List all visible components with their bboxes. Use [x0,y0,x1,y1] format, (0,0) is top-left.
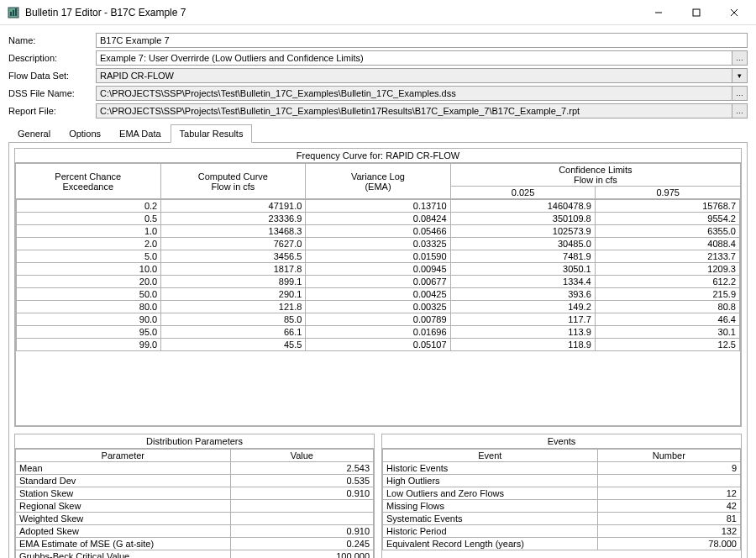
table-cell: 3456.5 [161,250,306,263]
dssfile-input[interactable] [96,86,732,101]
table-cell: 113.9 [450,326,595,339]
table-row[interactable]: Historic Events9 [383,462,741,475]
table-row[interactable]: Missing Flows42 [383,500,741,513]
table-row[interactable]: 20.0899.10.006771334.4612.2 [17,276,740,288]
table-cell: 0.00789 [306,313,450,326]
table-row[interactable]: 95.066.10.01696113.930.1 [17,326,740,339]
table-cell: 80.0 [17,301,161,313]
frequency-title: Frequency Curve for: RAPID CR-FLOW [15,149,741,163]
table-cell: 50.0 [17,288,161,301]
close-button[interactable] [715,1,753,24]
table-cell: 78.000 [597,538,740,550]
dssfile-ellipsis-button[interactable]: … [732,86,748,101]
col-computed-curve: Computed CurveFlow in cfs [160,164,306,199]
table-cell: 121.8 [161,301,306,313]
table-row[interactable]: Adopted Skew0.910 [16,525,374,538]
table-cell: Weighted Skew [16,513,231,525]
table-cell: 1209.3 [595,263,739,276]
table-cell [230,500,373,513]
table-cell: 0.08424 [306,213,450,225]
tab-general[interactable]: General [8,124,60,143]
table-cell: 0.01590 [306,250,450,263]
events-title: Events [382,434,741,449]
table-cell: Equivalent Record Length (years) [383,538,598,550]
table-row[interactable]: Standard Dev0.535 [16,475,374,487]
table-cell: 393.6 [450,288,595,301]
frequency-table: 0.247191.00.137101460478.915768.70.52333… [16,199,740,351]
table-cell: 46.4 [595,313,739,326]
table-cell: 30485.0 [450,238,595,250]
table-cell: 7627.0 [161,238,306,250]
reportfile-label: Report File: [8,106,96,116]
minimize-button[interactable] [639,1,677,24]
table-row[interactable]: High Outliers [383,475,741,487]
table-cell: 290.1 [161,288,306,301]
table-cell: 350109.8 [450,213,595,225]
table-cell: 30.1 [595,326,739,339]
col-variance-log: Variance Log(EMA) [306,164,451,199]
table-cell: 0.00425 [306,288,450,301]
tab-ema-data[interactable]: EMA Data [110,124,171,143]
description-input[interactable] [96,50,732,66]
table-cell: 0.00677 [306,276,450,288]
table-row[interactable]: 2.07627.00.0332530485.04088.4 [17,238,740,250]
table-cell: 0.03325 [306,238,450,250]
table-cell: 0.5 [17,213,161,225]
table-cell: Missing Flows [383,500,598,513]
app-icon [7,6,20,19]
maximize-button[interactable] [677,1,715,24]
events-section: Events Event Number Historic Events9High… [381,434,742,558]
table-cell: Standard Dev [16,475,231,487]
svg-rect-5 [693,9,700,16]
table-row[interactable]: 1.013468.30.05466102573.96355.0 [17,225,740,238]
col-percent-chance: Percent ChanceExceedance [16,164,161,199]
table-cell: 80.8 [595,301,739,313]
flowdataset-select[interactable] [96,68,732,83]
table-row[interactable]: 50.0290.10.00425393.6215.9 [17,288,740,301]
table-row[interactable]: 0.523336.90.08424350109.89554.2 [17,213,740,225]
table-cell: 0.910 [230,487,373,500]
table-row[interactable]: Regional Skew [16,500,374,513]
table-cell: 117.7 [450,313,595,326]
table-cell: 23336.9 [161,213,306,225]
table-row[interactable]: Equivalent Record Length (years)78.000 [383,538,741,550]
col-value: Value [230,450,373,462]
table-row[interactable]: Low Outliers and Zero Flows12 [383,487,741,500]
table-cell: 132 [597,525,740,538]
tab-options[interactable]: Options [60,124,110,143]
reportfile-ellipsis-button[interactable]: … [732,103,748,118]
table-cell: 42 [597,500,740,513]
table-row[interactable]: Grubbs-Beck Critical Value100.000 [16,550,374,559]
col-parameter: Parameter [16,450,231,462]
description-label: Description: [8,53,96,63]
table-cell: 81 [597,513,740,525]
reportfile-input[interactable] [96,103,732,118]
svg-rect-2 [13,10,14,16]
table-row[interactable]: Historic Period132 [383,525,741,538]
table-row[interactable]: 90.085.00.00789117.746.4 [17,313,740,326]
name-input[interactable] [96,33,748,48]
table-row[interactable]: 99.045.50.05107118.912.5 [17,339,740,351]
table-cell: Historic Period [383,525,598,538]
table-row[interactable]: 0.247191.00.137101460478.915768.7 [17,200,740,213]
table-cell: 9 [597,462,740,475]
tab-tabular-results[interactable]: Tabular Results [171,124,253,143]
table-row[interactable]: Station Skew0.910 [16,487,374,500]
table-cell: 2.0 [17,238,161,250]
table-row[interactable]: EMA Estimate of MSE (G at-site)0.245 [16,538,374,550]
events-table: Event Number Historic Events9High Outlie… [382,449,741,550]
window-title: Bulletin 17 Editor - B17C Example 7 [25,7,639,18]
table-row[interactable]: 10.01817.80.009453050.11209.3 [17,263,740,276]
table-row[interactable]: 5.03456.50.015907481.92133.7 [17,250,740,263]
table-row[interactable]: Weighted Skew [16,513,374,525]
col-confidence-limits: Confidence LimitsFlow in cfs [450,164,740,187]
table-cell: 90.0 [17,313,161,326]
table-cell: 215.9 [595,288,739,301]
table-cell: 5.0 [17,250,161,263]
col-number: Number [597,450,740,462]
table-row[interactable]: Systematic Events81 [383,513,741,525]
table-row[interactable]: 80.0121.80.00325149.280.8 [17,301,740,313]
description-ellipsis-button[interactable]: … [732,50,748,66]
flowdataset-chevron-down-icon[interactable]: ▾ [732,68,748,83]
table-row[interactable]: Mean2.543 [16,462,374,475]
